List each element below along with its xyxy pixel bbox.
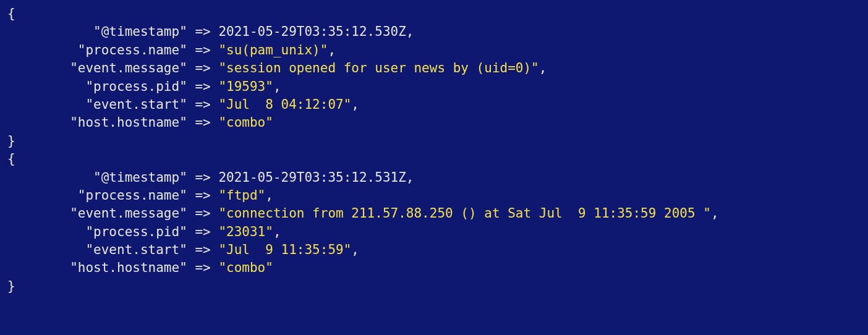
field-key: "@timestamp" [7,24,195,39]
trailing-comma: , [351,242,359,257]
field-line: "event.message" => "connection from 211.… [7,205,868,223]
field-key: "process.name" [7,188,195,203]
field-line: "event.message" => "session opened for u… [7,59,868,77]
field-line: "event.start" => "Jul 8 04:12:07", [7,96,868,114]
field-value: "connection from 211.57.88.250 () at Sat… [218,206,711,221]
hash-rocket: => [195,97,218,112]
hash-rocket: => [195,170,218,185]
hash-rocket: => [195,188,218,203]
field-line: "@timestamp" => 2021-05-29T03:35:12.531Z… [7,169,868,187]
field-value: "19593" [218,79,273,94]
field-value: "ftpd" [218,188,265,203]
hash-rocket: => [195,79,218,94]
trailing-comma: , [273,224,281,239]
hash-rocket: => [195,115,218,130]
trailing-comma: , [406,24,414,39]
field-key: "event.message" [7,206,195,221]
trailing-comma: , [351,97,359,112]
field-key: "host.hostname" [7,260,195,275]
hash-rocket: => [195,206,218,221]
field-line: "host.hostname" => "combo" [7,114,868,132]
hash-rocket: => [195,43,218,57]
field-key: "host.hostname" [7,115,195,130]
field-line: "event.start" => "Jul 9 11:35:59", [7,241,868,259]
hash-rocket: => [195,242,218,257]
trailing-comma: , [273,79,281,94]
hash-rocket: => [195,224,218,239]
hash-rocket: => [195,24,218,39]
trailing-comma: , [265,188,273,203]
close-brace: } [7,132,868,150]
field-line: "process.pid" => "19593", [7,78,868,96]
field-key: "event.message" [7,61,195,75]
field-line: "process.name" => "su(pam_unix)", [7,41,868,59]
field-value: "session opened for user news by (uid=0)… [218,61,538,75]
trailing-comma: , [406,170,414,185]
trailing-comma: , [711,206,719,221]
hash-rocket: => [195,61,218,75]
field-line: "@timestamp" => 2021-05-29T03:35:12.530Z… [7,23,868,41]
field-key: "@timestamp" [7,170,195,185]
field-value: "combo" [218,115,273,130]
open-brace: { [7,5,868,23]
field-line: "process.pid" => "23031", [7,223,868,241]
field-line: "host.hostname" => "combo" [7,259,868,277]
close-brace: } [7,278,868,295]
trailing-comma: , [539,61,547,75]
field-key: "event.start" [7,242,195,257]
field-value: "su(pam_unix)" [218,43,328,57]
trailing-comma: , [328,43,336,57]
logstash-rubydebug-output: { "@timestamp" => 2021-05-29T03:35:12.53… [7,5,868,295]
field-key: "process.pid" [7,224,195,239]
field-value: 2021-05-29T03:35:12.531Z [218,170,406,185]
field-value: "combo" [218,260,273,275]
field-value: "23031" [218,224,273,239]
field-value: 2021-05-29T03:35:12.530Z [218,24,406,39]
field-value: "Jul 9 11:35:59" [218,242,351,257]
open-brace: { [7,150,868,168]
field-key: "event.start" [7,97,195,112]
field-value: "Jul 8 04:12:07" [218,97,351,112]
hash-rocket: => [195,260,218,275]
field-line: "process.name" => "ftpd", [7,187,868,205]
field-key: "process.name" [7,43,195,57]
field-key: "process.pid" [7,79,195,94]
